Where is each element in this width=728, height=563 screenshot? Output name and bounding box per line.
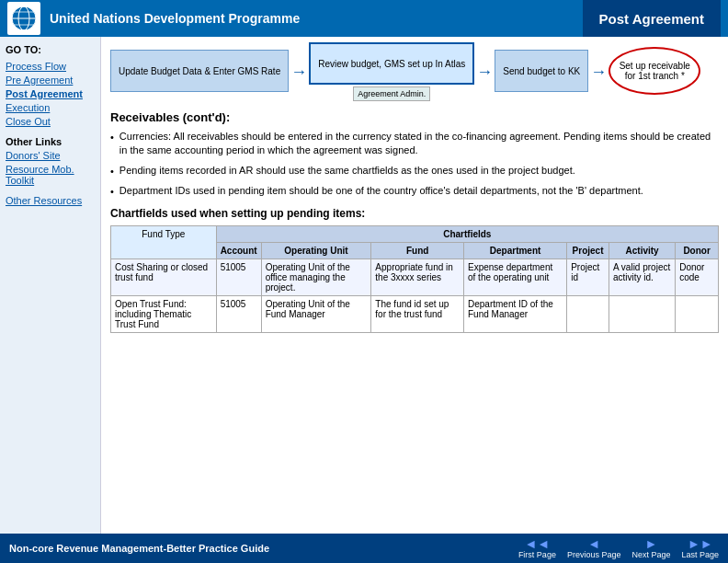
sidebar-link-resource-mob[interactable]: Resource Mob. Toolkit [6, 164, 95, 186]
goto-label: GO TO: [6, 44, 95, 55]
flow-label-agreement-admin: Agreement Admin. [353, 86, 430, 101]
cell-account-1: 51005 [216, 259, 261, 295]
nav-last-page[interactable]: ►► Last Page [681, 537, 719, 559]
footer-nav: ◄◄ First Page ◄ Previous Page ► Next Pag… [518, 537, 719, 559]
col-header-operating-unit: Operating Unit [261, 242, 371, 259]
sidebar: GO TO: Process Flow Pre Agreement Post A… [0, 37, 101, 534]
cell-operating-unit-1: Operating Unit of the office managing th… [261, 259, 371, 295]
footer-text: Non-core Revenue Management-Better Pract… [9, 543, 269, 554]
col-header-account: Account [216, 242, 261, 259]
bullet-item-3: • Department IDs used in pending item sh… [110, 184, 719, 199]
last-page-arrow: ►► [688, 537, 713, 550]
header: United Nations Development Programme Pos… [0, 0, 728, 37]
first-page-arrow: ◄◄ [525, 537, 551, 550]
flow-arrow-3: → [590, 63, 607, 80]
bullet-text-1: Currencies: All receivables should be en… [119, 130, 719, 158]
cell-fund-type-2: Open Trust Fund: including Thematic Trus… [111, 295, 217, 332]
previous-page-arrow: ◄ [587, 537, 600, 550]
bullet-dot-3: • [110, 185, 114, 199]
next-page-arrow: ► [645, 537, 658, 550]
bullet-item-1: • Currencies: All receivables should be … [110, 130, 719, 158]
bullet-text-3: Department IDs used in pending item shou… [119, 184, 643, 199]
flow-arrow-1: → [290, 63, 307, 80]
cell-department-2: Department ID of the Fund Manager [463, 295, 566, 332]
col-header-activity: Activity [609, 242, 675, 259]
header-title: United Nations Development Programme [50, 11, 583, 26]
process-flow-diagram: Update Budget Data & Enter GMS Rate → Re… [110, 42, 719, 101]
sidebar-link-other-resources[interactable]: Other Resources [6, 195, 95, 206]
bullet-item-2: • Pending items recorded in AR should us… [110, 164, 719, 178]
undp-logo [7, 2, 40, 35]
bullet-dot-2: • [110, 165, 114, 178]
flow-step-4: Set up receivable for 1st tranch * [609, 47, 700, 97]
cell-donor-2 [676, 295, 719, 332]
chartfields-table: Fund Type Chartfields Account Operating … [110, 225, 719, 333]
bullet-dot-1: • [110, 131, 114, 158]
flow-arrow-2: → [476, 63, 493, 80]
receivables-bullets: • Currencies: All receivables should be … [110, 130, 719, 200]
sidebar-item-pre-agreement[interactable]: Pre Agreement [6, 75, 95, 86]
col-header-fund-type: Fund Type [111, 225, 217, 259]
nav-next-page[interactable]: ► Next Page [631, 537, 670, 559]
table-row-1: Cost Sharing or closed trust fund 51005 … [111, 259, 719, 295]
col-header-fund: Fund [371, 242, 464, 259]
sidebar-item-process-flow[interactable]: Process Flow [6, 61, 95, 72]
cell-donor-1: Donor code [676, 259, 719, 295]
col-header-project: Project [567, 242, 609, 259]
col-header-chartfields: Chartfields [216, 225, 718, 242]
other-links-label: Other Links [6, 136, 95, 147]
flow-box-send-budget: Send budget to KK [495, 50, 588, 92]
flow-step-2: Review budget, GMS set up In Atlas Agree… [309, 42, 474, 101]
bullet-text-2: Pending items recorded in AR should use … [119, 164, 575, 178]
previous-page-label: Previous Page [567, 550, 621, 559]
flow-step-3: Send budget to KK [495, 50, 588, 94]
sidebar-item-close-out[interactable]: Close Out [6, 116, 95, 127]
flow-box-setup-receivable: Set up receivable for 1st tranch * [609, 47, 700, 95]
main-area: Update Budget Data & Enter GMS Rate → Re… [101, 37, 728, 534]
nav-previous-page[interactable]: ◄ Previous Page [567, 537, 621, 559]
chartfields-heading: Chartfields used when setting up pending… [110, 207, 719, 220]
cell-account-2: 51005 [216, 295, 261, 332]
cell-fund-2: The fund id set up for the trust fund [371, 295, 464, 332]
cell-project-2 [567, 295, 609, 332]
sidebar-item-execution[interactable]: Execution [6, 102, 95, 113]
table-row-2: Open Trust Fund: including Thematic Trus… [111, 295, 719, 332]
sidebar-item-post-agreement[interactable]: Post Agreement [6, 88, 95, 99]
cell-activity-2 [609, 295, 675, 332]
page-name: Post Agreement [583, 0, 721, 37]
cell-department-1: Expense department of the operating unit [463, 259, 566, 295]
flow-box-update-budget: Update Budget Data & Enter GMS Rate [110, 50, 289, 92]
next-page-label: Next Page [631, 550, 670, 559]
first-page-label: First Page [518, 550, 556, 559]
cell-fund-1: Appropriate fund in the 3xxxx series [371, 259, 464, 295]
nav-first-page[interactable]: ◄◄ First Page [518, 537, 556, 559]
receivables-heading: Receivables (cont'd): [110, 110, 719, 124]
footer: Non-core Revenue Management-Better Pract… [0, 534, 728, 563]
last-page-label: Last Page [681, 550, 719, 559]
cell-operating-unit-2: Operating Unit of the Fund Manager [261, 295, 371, 332]
flow-box-review-budget: Review budget, GMS set up In Atlas [309, 42, 474, 85]
col-header-donor: Donor [676, 242, 719, 259]
flow-step-1: Update Budget Data & Enter GMS Rate [110, 50, 289, 94]
cell-project-1: Project id [567, 259, 609, 295]
main-content: GO TO: Process Flow Pre Agreement Post A… [0, 37, 728, 534]
sidebar-nav: Process Flow Pre Agreement Post Agreemen… [6, 61, 95, 127]
cell-fund-type-1: Cost Sharing or closed trust fund [111, 259, 217, 295]
cell-activity-1: A valid project activity id. [609, 259, 675, 295]
sidebar-link-donors-site[interactable]: Donors' Site [6, 150, 95, 161]
col-header-department: Department [463, 242, 566, 259]
